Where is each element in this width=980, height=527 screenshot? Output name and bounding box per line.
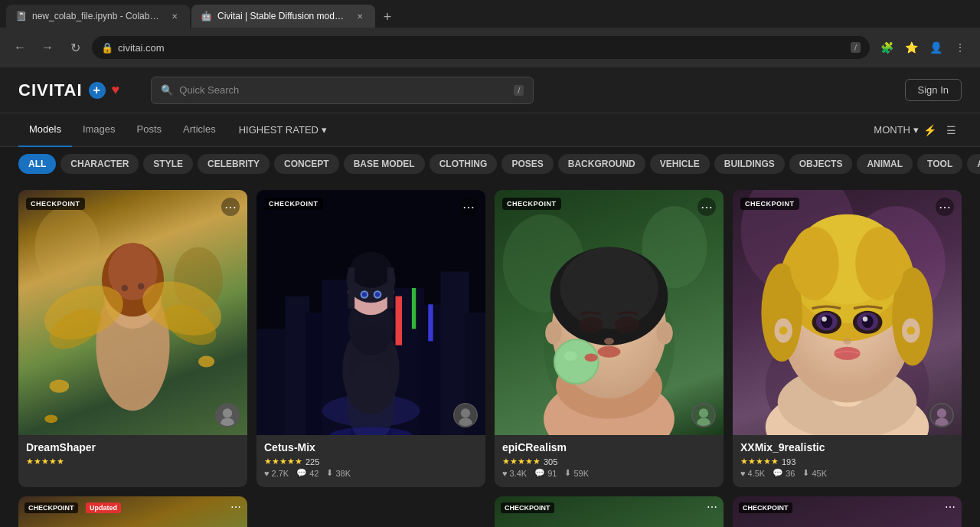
extensions-icon[interactable]: 🧩 — [876, 37, 897, 58]
browser-toolbar: ← → ↻ 🔒 civitai.com / 🧩 ⭐ 👤 ⋮ — [0, 28, 980, 67]
forward-button[interactable]: → — [37, 37, 58, 58]
svg-point-60 — [615, 316, 639, 332]
card3-rating: ★★★★★ — [502, 457, 541, 466]
card2-menu[interactable]: ⋯ — [459, 198, 478, 216]
svg-rect-39 — [387, 267, 394, 308]
cat-character[interactable]: CHARACTER — [60, 154, 139, 174]
card-bottom-3[interactable]: CHECKPOINT ⋯ — [733, 496, 962, 527]
tab-civitai[interactable]: 🤖 Civitai | Stable Diffusion models... ✕ — [191, 5, 375, 28]
bottom-card2-badge: CHECKPOINT — [501, 502, 554, 513]
reload-button[interactable]: ↻ — [64, 37, 86, 58]
tab-colab[interactable]: 📓 new_colab_file.ipynb - Colabora... ✕ — [6, 5, 190, 28]
cat-poses[interactable]: POSES — [501, 154, 553, 174]
card3-stars: ★★★★★ 305 — [502, 457, 716, 466]
profile-icon[interactable]: 👤 — [925, 37, 946, 58]
cat-all[interactable]: ALL — [18, 154, 56, 174]
card-dreamshaper[interactable]: CHECKPOINT ⋯ DreamShaper ★★★★★ — [18, 190, 247, 487]
card2-rating: ★★★★★ — [264, 457, 302, 466]
card-epicrealism[interactable]: CHECKPOINT ⋯ epiCRealism ★★★★★ 305 ♥ 3.4… — [495, 190, 724, 487]
card1-illustration — [18, 190, 247, 435]
heart-icon: ♥ — [264, 469, 270, 478]
card1-stars: ★★★★★ — [26, 457, 240, 466]
cat-vehicle[interactable]: VEHICLE — [650, 154, 710, 174]
card-bottom-1[interactable]: CHECKPOINT Updated ⋯ — [18, 496, 247, 527]
tab-title-civitai: Civitai | Stable Diffusion models... — [217, 11, 348, 21]
card2-avatar-img — [455, 404, 476, 426]
svg-rect-29 — [428, 304, 433, 341]
logo-plus-icon[interactable]: + — [89, 82, 106, 99]
cat-animal[interactable]: ANIMAL — [857, 154, 913, 174]
svg-point-58 — [656, 322, 672, 345]
card3-illustration — [495, 190, 724, 435]
svg-point-37 — [350, 252, 393, 288]
card-xxmix[interactable]: CHECKPOINT ⋯ XXMix_9realistic ★★★★★ 193 … — [733, 190, 962, 487]
nav-tab-posts[interactable]: Posts — [126, 113, 173, 147]
bookmark-icon[interactable]: ⭐ — [900, 37, 922, 58]
layout-icon[interactable]: ☰ — [940, 119, 962, 141]
search-bar[interactable]: 🔍 Quick Search / — [151, 77, 534, 104]
card1-menu[interactable]: ⋯ — [221, 198, 240, 216]
card3-avatar — [691, 403, 716, 427]
card-bottom-2[interactable]: CHECKPOINT ⋯ — [495, 496, 724, 527]
back-button[interactable]: ← — [9, 37, 31, 58]
card2-badge: CHECKPOINT — [264, 198, 323, 210]
card4-badge: CHECKPOINT — [740, 198, 799, 210]
header-right: Sign In — [905, 79, 962, 101]
cat-action[interactable]: ACTION — [967, 154, 980, 174]
highest-rated-filter[interactable]: HIGHEST RATED ▾ — [233, 124, 333, 136]
bottom-card2-menu[interactable]: ⋯ — [707, 501, 717, 513]
logo[interactable]: CIVITAI + ♥ — [18, 80, 120, 100]
nav-tab-models[interactable]: Models — [18, 113, 72, 147]
bottom-card3-menu[interactable]: ⋯ — [945, 501, 956, 513]
card2-comments: 💬 42 — [296, 468, 318, 478]
card-cetus-mix[interactable]: CHECKPOINT ⋯ Cetus-Mix ★★★★★ 225 ♥ 2.7K — [256, 190, 485, 487]
month-filter[interactable]: MONTH ▾ — [874, 124, 919, 136]
site-header: CIVITAI + ♥ 🔍 Quick Search / Sign In — [0, 67, 980, 113]
card2-avatar — [453, 403, 478, 427]
card4-footer: XXMix_9realistic ★★★★★ 193 ♥ 4.5K 💬 36 ⬇… — [733, 435, 962, 484]
bottom-card1-menu[interactable]: ⋯ — [230, 501, 241, 513]
card-image-cetus-mix: CHECKPOINT ⋯ — [256, 190, 485, 435]
card2-rating-count: 225 — [305, 457, 319, 466]
month-label: MONTH — [874, 124, 910, 136]
card4-stats: ♥ 4.5K 💬 36 ⬇ 45K — [740, 468, 954, 478]
comment-icon: 💬 — [773, 468, 783, 478]
tab-close-colab[interactable]: ✕ — [168, 10, 181, 22]
card4-avatar-img — [931, 404, 952, 426]
cat-buildings[interactable]: BUILDINGS — [714, 154, 785, 174]
menu-icon[interactable]: ⋮ — [949, 37, 971, 58]
filter-icon[interactable]: ⚡ — [919, 119, 940, 141]
card3-rating-count: 305 — [544, 457, 557, 466]
svg-point-59 — [579, 316, 603, 332]
card1-avatar-img — [217, 404, 238, 426]
cat-style[interactable]: STYLE — [143, 154, 193, 174]
sign-in-button[interactable]: Sign In — [905, 79, 962, 101]
nav-tab-articles[interactable]: Articles — [172, 113, 227, 147]
cards-grid: CHECKPOINT ⋯ DreamShaper ★★★★★ — [0, 181, 980, 496]
card2-downloads-count: 38K — [335, 469, 351, 478]
toolbar-icons: 🧩 ⭐ 👤 ⋮ — [876, 37, 971, 58]
svg-rect-38 — [348, 267, 355, 308]
card4-menu[interactable]: ⋯ — [936, 198, 954, 216]
cat-background[interactable]: BACKGROUND — [558, 154, 645, 174]
card4-downloads: ⬇ 45K — [802, 468, 827, 478]
search-icon: 🔍 — [161, 84, 173, 96]
nav-tab-images[interactable]: Images — [72, 113, 126, 147]
card3-menu[interactable]: ⋯ — [697, 198, 716, 216]
cat-base-model[interactable]: BASE MODEL — [344, 154, 425, 174]
cat-objects[interactable]: OBJECTS — [789, 154, 853, 174]
svg-point-92 — [822, 316, 826, 321]
new-tab-button[interactable]: + — [377, 6, 398, 28]
cat-clothing[interactable]: CLOTHING — [430, 154, 498, 174]
tab-close-civitai[interactable]: ✕ — [354, 10, 366, 22]
month-chevron-icon: ▾ — [913, 124, 919, 136]
tab-title-colab: new_colab_file.ipynb - Colabora... — [32, 11, 162, 21]
logo-heart-icon[interactable]: ♥ — [112, 82, 121, 98]
svg-point-61 — [604, 338, 614, 345]
card4-rating-count: 193 — [782, 457, 795, 466]
cat-tool[interactable]: TOOL — [917, 154, 962, 174]
cat-celebrity[interactable]: CELEBRITY — [198, 154, 270, 174]
svg-point-46 — [461, 408, 470, 417]
address-bar[interactable]: 🔒 civitai.com / — [92, 36, 870, 59]
cat-concept[interactable]: CONCEPT — [274, 154, 339, 174]
